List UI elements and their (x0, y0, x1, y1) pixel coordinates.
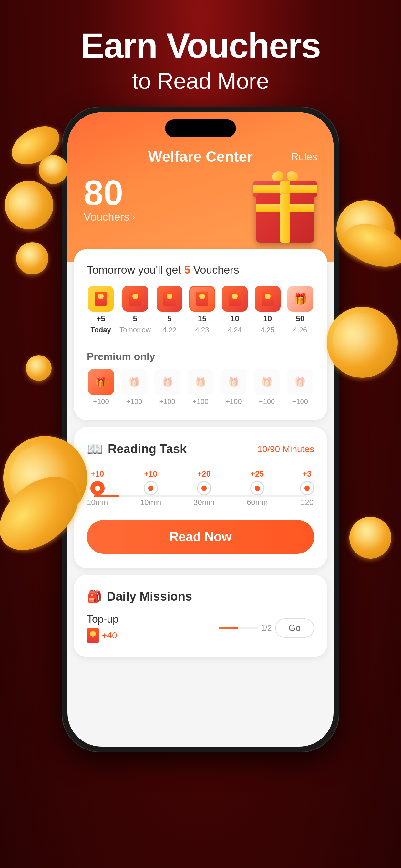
premium-icon-box: 🎁 (287, 369, 313, 395)
hero-subtitle: to Read More (0, 68, 401, 94)
phone-outer: Welfare Center Rules 80 Vouchers › (62, 106, 339, 752)
premium-icon-item: 🎁 +100 (186, 369, 215, 406)
premium-icon-box: 🎁 (88, 369, 114, 395)
premium-val: +100 (226, 398, 242, 406)
daily-missions-card: 🎒 Daily Missions Top-up +40 (74, 575, 327, 657)
mission-bar-fill (219, 627, 238, 629)
mission-topup-info: Top-up +40 (87, 613, 119, 643)
premium-icon-item: 🎁 +100 (87, 369, 115, 406)
track-point-item: +25 60min (247, 469, 268, 507)
premium-val: +100 (159, 398, 176, 406)
voucher-day-date: 4.22 (163, 326, 177, 334)
voucher-day-date: 4.26 (293, 326, 307, 334)
voucher-day-value: +5 (96, 314, 105, 323)
track-minute: 10min (87, 498, 108, 507)
track-point-item: +3 120 (300, 469, 314, 507)
track-points: +10 10min +10 10min +20 30min +25 60min … (87, 469, 314, 510)
mission-topup-row: Top-up +40 1/2 Go (87, 613, 314, 643)
track-dot (197, 481, 211, 495)
phone-screen: Welfare Center Rules 80 Vouchers › (67, 113, 334, 747)
voucher-day-value: 10 (230, 314, 239, 323)
floating-coin-8 (344, 512, 396, 563)
voucher-icon (189, 286, 215, 312)
vouchers-subtitle: Tomorrow you'll get 5 Vouchers (87, 264, 314, 276)
voucher-day-item: 5 Tomorrow (120, 286, 151, 334)
track-minute: 120 (301, 498, 313, 507)
premium-icon-item: 🎁 +100 (120, 369, 149, 406)
track-minute: 10min (140, 498, 161, 507)
voucher-icon (157, 286, 182, 312)
voucher-arrow-icon[interactable]: › (132, 212, 135, 222)
red-packet-icon (87, 628, 99, 643)
reading-task-header: 📖 Reading Task 10/90 Minutes (87, 441, 314, 457)
header-title: Welfare Center (148, 148, 253, 165)
voucher-day-item: 5 4.22 (156, 286, 183, 334)
reading-task-title: 📖 Reading Task (87, 441, 187, 457)
track-bonus: +20 (197, 469, 211, 478)
voucher-day-date: Today (91, 326, 111, 334)
premium-val: +100 (292, 398, 308, 406)
premium-icon-item: 🎁 +100 (253, 369, 281, 406)
voucher-day-date: Tomorrow (120, 326, 151, 334)
voucher-day-item: 15 4.23 (188, 286, 216, 334)
gift-body (256, 194, 314, 243)
gift-bow (272, 172, 298, 184)
voucher-day-item: 10 4.25 (254, 286, 281, 334)
premium-val: +100 (126, 398, 143, 406)
reading-progress-track: +10 10min +10 10min +20 30min +25 60min … (87, 469, 314, 510)
track-point-item: +20 30min (193, 469, 214, 507)
voucher-days-row: +5 Today 5 Tomorrow 5 4.22 15 4.23 10 (87, 286, 314, 334)
premium-icons-row: 🎁 +100 🎁 +100 🎁 +100 🎁 +100 🎁 +100 (87, 369, 314, 406)
voucher-day-value: 10 (263, 314, 272, 323)
reading-progress: 10/90 Minutes (257, 444, 314, 454)
track-bonus: +10 (144, 469, 157, 478)
track-minute: 30min (193, 498, 214, 507)
gift-bow-left (271, 170, 285, 183)
voucher-day-date: 4.24 (228, 326, 242, 334)
floating-coin-6 (26, 355, 52, 381)
track-bonus: +25 (251, 469, 264, 478)
premium-icon-item: 🎁 +100 (220, 369, 248, 406)
voucher-icon (122, 286, 148, 312)
mission-count: 1/2 (261, 624, 272, 632)
rules-button[interactable]: Rules (291, 151, 317, 163)
hero-title: Earn Vouchers (0, 26, 401, 65)
voucher-day-value: 5 (167, 314, 172, 323)
voucher-day-value: 50 (296, 314, 305, 323)
voucher-icon (88, 286, 114, 312)
premium-label: Premium only (87, 344, 314, 363)
voucher-day-date: 4.23 (195, 326, 209, 334)
premium-icon-item: 🎁 +100 (153, 369, 181, 406)
gift-bow-right (285, 170, 299, 183)
reading-task-card: 📖 Reading Task 10/90 Minutes +10 10min +… (74, 427, 327, 568)
dynamic-island (165, 120, 236, 137)
gift-body-ribbon-v (280, 194, 290, 243)
track-dot (144, 481, 158, 495)
mission-name: Top-up (87, 613, 119, 625)
voucher-day-date: 4.25 (260, 326, 274, 334)
read-now-button[interactable]: Read Now (87, 520, 314, 554)
header-title-row: Welfare Center Rules (84, 148, 317, 165)
hero-section: Earn Vouchers to Read More (0, 26, 401, 94)
premium-icon-box: 🎁 (254, 369, 280, 395)
track-dot (250, 481, 265, 495)
track-point-item: +10 10min (87, 469, 108, 507)
premium-val: +100 (192, 398, 209, 406)
floating-coin-2 (13, 240, 51, 277)
voucher-icon (222, 286, 248, 312)
voucher-icon: 🎁 (287, 286, 313, 312)
premium-val: +100 (259, 398, 275, 406)
track-point-item: +10 10min (140, 469, 161, 507)
voucher-day-item: +5 Today (87, 286, 115, 334)
track-dot (90, 481, 104, 495)
voucher-day-value: 15 (198, 314, 207, 323)
phone-mockup: Welfare Center Rules 80 Vouchers › (62, 106, 339, 752)
track-dot (300, 481, 314, 495)
premium-icon-item: 🎁 +100 (286, 369, 314, 406)
daily-vouchers-card: Tomorrow you'll get 5 Vouchers +5 Today … (74, 249, 327, 421)
mission-progress: 1/2 Go (219, 618, 314, 638)
mission-go-button[interactable]: Go (275, 618, 314, 638)
mission-reward: +40 (87, 628, 119, 643)
daily-missions-title: 🎒 Daily Missions (87, 589, 314, 603)
premium-icon-box: 🎁 (221, 369, 247, 395)
